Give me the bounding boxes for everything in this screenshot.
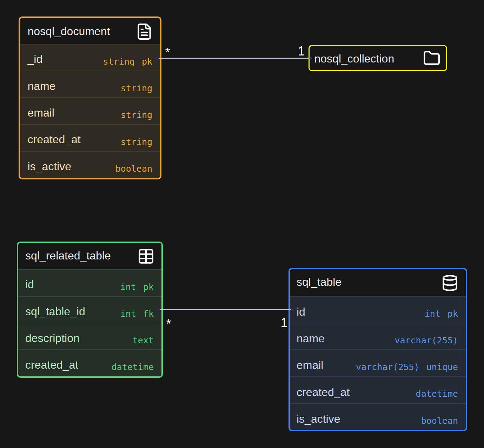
label-one-1: 1 — [298, 45, 305, 58]
label-many-2: * — [166, 318, 171, 330]
label-many-1: * — [165, 46, 170, 59]
label-one-2: 1 — [281, 317, 288, 329]
database-diagram: nosql_document _id stringpk name string … — [0, 0, 484, 448]
connections — [0, 0, 484, 448]
